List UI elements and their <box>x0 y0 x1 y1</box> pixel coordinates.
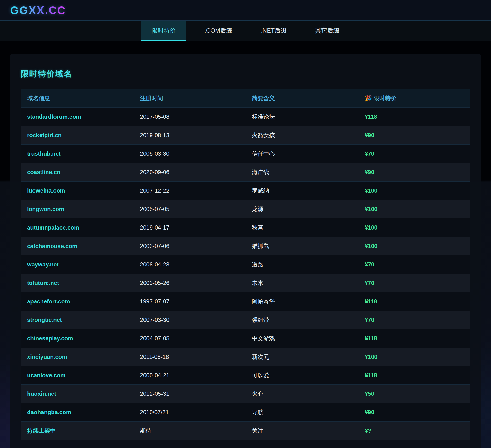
price-cell: ¥100 <box>359 181 470 200</box>
nav-tab-label: .NET后缀 <box>261 27 286 35</box>
price-cell: ¥50 <box>359 385 470 403</box>
price-cell: ¥70 <box>359 274 470 292</box>
price-cell: ¥90 <box>359 163 470 181</box>
domain-cell[interactable]: coastline.cn <box>21 163 134 181</box>
table-row: catchamouse.com 2003-07-06 猫抓鼠 ¥100 <box>21 237 470 255</box>
date-cell: 2017-05-08 <box>133 108 246 126</box>
nav-tab[interactable]: 限时特价 <box>141 21 186 41</box>
meaning-cell: 标准论坛 <box>246 108 359 126</box>
meaning-cell: 信任中心 <box>246 145 359 163</box>
domain-cell[interactable]: longwon.com <box>21 200 134 219</box>
table-row: trusthub.net 2005-03-30 信任中心 ¥70 <box>21 145 470 163</box>
price-cell: ¥70 <box>359 311 470 329</box>
table-header-cell: 简要含义 <box>246 89 359 108</box>
page-title: 限时特价域名 <box>21 68 470 79</box>
date-cell: 1997-07-07 <box>133 292 246 311</box>
meaning-cell: 关注 <box>246 422 359 440</box>
table-row: coastline.cn 2020-09-06 海岸线 ¥90 <box>21 163 470 181</box>
table-row: huoxin.net 2012-05-31 火心 ¥50 <box>21 385 470 403</box>
price-cell: ¥70 <box>359 255 470 274</box>
table-header: 域名信息注册时间简要含义🎉 限时特价 <box>21 89 470 108</box>
table-row: autumnpalace.com 2019-04-17 秋宫 ¥100 <box>21 219 470 237</box>
date-cell: 2019-08-13 <box>133 126 246 145</box>
table-header-row: 域名信息注册时间简要含义🎉 限时特价 <box>21 89 470 108</box>
table-row: tofuture.net 2003-05-26 未来 ¥70 <box>21 274 470 292</box>
meaning-cell: 可以爱 <box>246 366 359 385</box>
table-row: 持续上架中 期待 关注 ¥? <box>21 422 470 440</box>
price-cell: ¥100 <box>359 237 470 255</box>
price-cell: ¥70 <box>359 145 470 163</box>
domain-cell[interactable]: standardforum.com <box>21 108 134 126</box>
table-row: rocketgirl.cn 2019-08-13 火箭女孩 ¥90 <box>21 126 470 145</box>
meaning-cell: 火心 <box>246 385 359 403</box>
content-area: 限时特价域名 域名信息注册时间简要含义🎉 限时特价 standardforum.… <box>0 54 491 448</box>
nav-tab-label: 限时特价 <box>152 27 176 35</box>
meaning-cell: 火箭女孩 <box>246 126 359 145</box>
table-row: longwon.com 2005-07-05 龙源 ¥100 <box>21 200 470 219</box>
table-body: standardforum.com 2017-05-08 标准论坛 ¥118 r… <box>21 108 470 440</box>
meaning-cell: 道路 <box>246 255 359 274</box>
domain-cell[interactable]: autumnpalace.com <box>21 219 134 237</box>
nav-tab-label: .COM后缀 <box>205 27 232 35</box>
date-cell: 2007-12-22 <box>133 181 246 200</box>
meaning-cell: 海岸线 <box>246 163 359 181</box>
table-header-cell: 🎉 限时特价 <box>359 89 470 108</box>
date-cell: 2019-04-17 <box>133 219 246 237</box>
date-cell: 2007-03-30 <box>133 311 246 329</box>
date-cell: 2000-04-21 <box>133 366 246 385</box>
domain-cell[interactable]: huoxin.net <box>21 385 134 403</box>
nav-tab-label: 其它后缀 <box>315 27 339 35</box>
meaning-cell: 猫抓鼠 <box>246 237 359 255</box>
price-cell: ¥90 <box>359 403 470 422</box>
nav-tab[interactable]: 其它后缀 <box>305 21 350 41</box>
table-header-cell: 域名信息 <box>21 89 134 108</box>
meaning-cell: 阿帕奇堡 <box>246 292 359 311</box>
date-cell: 2004-07-05 <box>133 329 246 348</box>
nav-tab[interactable]: .COM后缀 <box>194 21 243 41</box>
domain-cell[interactable]: luoweina.com <box>21 181 134 200</box>
domain-cell[interactable]: wayway.net <box>21 255 134 274</box>
date-cell: 2012-05-31 <box>133 385 246 403</box>
domain-cell[interactable]: xinciyuan.com <box>21 348 134 366</box>
meaning-cell: 强纽带 <box>246 311 359 329</box>
price-cell: ¥? <box>359 422 470 440</box>
domain-cell[interactable]: catchamouse.com <box>21 237 134 255</box>
domain-cell[interactable]: apachefort.com <box>21 292 134 311</box>
date-cell: 2020-09-06 <box>133 163 246 181</box>
domain-cell[interactable]: chineseplay.com <box>21 329 134 348</box>
topbar: GGXX.CC <box>0 0 491 21</box>
table-row: wayway.net 2008-04-28 道路 ¥70 <box>21 255 470 274</box>
table-row: chineseplay.com 2004-07-05 中文游戏 ¥118 <box>21 329 470 348</box>
table-row: ucanlove.com 2000-04-21 可以爱 ¥118 <box>21 366 470 385</box>
site-logo[interactable]: GGXX.CC <box>10 4 66 17</box>
price-cell: ¥118 <box>359 292 470 311</box>
domain-cell[interactable]: daohangba.com <box>21 403 134 422</box>
meaning-cell: 罗威纳 <box>246 181 359 200</box>
meaning-cell: 导航 <box>246 403 359 422</box>
domain-cell[interactable]: trusthub.net <box>21 145 134 163</box>
meaning-cell: 未来 <box>246 274 359 292</box>
table-row: xinciyuan.com 2011-06-18 新次元 ¥100 <box>21 348 470 366</box>
price-cell: ¥100 <box>359 219 470 237</box>
price-cell: ¥118 <box>359 366 470 385</box>
nav-tab[interactable]: .NET后缀 <box>250 21 297 41</box>
date-cell: 2010/07/21 <box>133 403 246 422</box>
meaning-cell: 中文游戏 <box>246 329 359 348</box>
date-cell: 2003-05-26 <box>133 274 246 292</box>
price-cell: ¥118 <box>359 108 470 126</box>
domain-cell[interactable]: strongtie.net <box>21 311 134 329</box>
domain-cell[interactable]: 持续上架中 <box>21 422 134 440</box>
date-cell: 期待 <box>133 422 246 440</box>
domain-cell[interactable]: tofuture.net <box>21 274 134 292</box>
date-cell: 2005-07-05 <box>133 200 246 219</box>
domain-cell[interactable]: ucanlove.com <box>21 366 134 385</box>
table-row: luoweina.com 2007-12-22 罗威纳 ¥100 <box>21 181 470 200</box>
domains-table: 域名信息注册时间简要含义🎉 限时特价 standardforum.com 201… <box>21 89 470 440</box>
nav-tabs: 限时特价 .COM后缀 .NET后缀 其它后缀 <box>0 21 491 41</box>
meaning-cell: 新次元 <box>246 348 359 366</box>
date-cell: 2003-07-06 <box>133 237 246 255</box>
date-cell: 2005-03-30 <box>133 145 246 163</box>
meaning-cell: 秋宫 <box>246 219 359 237</box>
domain-cell[interactable]: rocketgirl.cn <box>21 126 134 145</box>
table-header-cell: 注册时间 <box>133 89 246 108</box>
